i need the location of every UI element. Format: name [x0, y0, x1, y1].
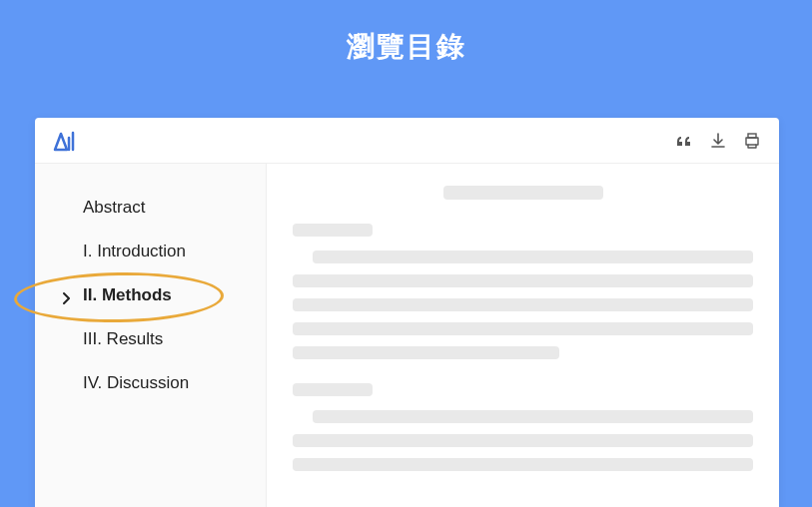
- print-icon[interactable]: [743, 132, 761, 150]
- toc-label: III. Results: [83, 329, 163, 348]
- toc-label: Abstract: [83, 198, 145, 217]
- toc-label: I. Introduction: [83, 242, 186, 260]
- toc-item-abstract[interactable]: Abstract: [35, 186, 266, 230]
- cite-icon[interactable]: [675, 132, 693, 150]
- placeholder-line: [293, 346, 559, 359]
- topbar: [35, 118, 779, 164]
- placeholder-line: [293, 458, 753, 471]
- toc-label: II. Methods: [83, 285, 172, 304]
- placeholder-line: [313, 410, 753, 423]
- toc-label: IV. Discussion: [83, 373, 189, 392]
- toc-item-introduction[interactable]: I. Introduction: [35, 230, 266, 273]
- placeholder-subheading: [293, 383, 373, 396]
- placeholder-line: [293, 274, 753, 287]
- placeholder-line: [313, 251, 753, 263]
- logo-icon[interactable]: [53, 130, 77, 152]
- document-preview: [267, 164, 779, 507]
- placeholder-title: [443, 186, 603, 200]
- placeholder-subheading: [293, 224, 373, 237]
- topbar-actions: [675, 132, 761, 150]
- toc-item-results[interactable]: III. Results: [35, 317, 266, 361]
- content: Abstract I. Introduction II. Methods III…: [35, 164, 779, 507]
- toc-sidebar: Abstract I. Introduction II. Methods III…: [35, 164, 267, 507]
- download-icon[interactable]: [709, 132, 727, 150]
- app-window: Abstract I. Introduction II. Methods III…: [35, 118, 779, 507]
- toc-item-discussion[interactable]: IV. Discussion: [35, 361, 266, 405]
- page-title: 瀏覽目錄: [0, 0, 812, 66]
- placeholder-line: [293, 322, 753, 335]
- placeholder-line: [293, 434, 753, 447]
- toc-item-methods[interactable]: II. Methods: [35, 273, 266, 317]
- chevron-right-icon: [63, 289, 71, 301]
- placeholder-line: [293, 298, 753, 311]
